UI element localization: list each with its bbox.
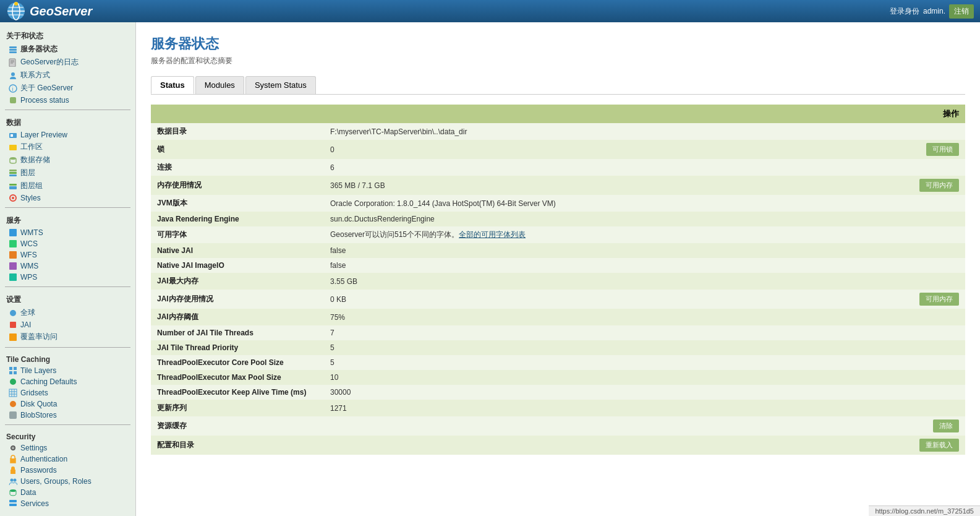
row-label: JAI最大内存 [151, 273, 324, 290]
row-action [891, 340, 965, 355]
layergroup-icon [9, 182, 17, 191]
sidebar-item-blobstores[interactable]: BlobStores [0, 410, 135, 421]
font-list-link[interactable]: 全部的可用字体列表 [459, 230, 526, 239]
row-action [891, 195, 965, 212]
row-value: 75% [324, 309, 891, 325]
sidebar-item-联系方式[interactable]: 联系方式 [0, 69, 135, 82]
sidebar-item-passwords[interactable]: Passwords [0, 465, 135, 476]
table-row: 可用字体 Geoserver可以访问515个不同的字体。全部的可用字体列表 [151, 226, 965, 243]
user-label: 登录身份 [890, 6, 919, 17]
sidebar-item-wfs[interactable]: WFS [0, 249, 135, 260]
row-action [891, 243, 965, 258]
svg-rect-21 [9, 174, 17, 176]
sidebar-item-wms[interactable]: WMS [0, 260, 135, 272]
row-value: Oracle Corporation: 1.8.0_144 (Java HotS… [324, 195, 891, 212]
row-label: ThreadPoolExecutor Core Pool Size [151, 355, 324, 370]
sidebar-item-geoserver的日志[interactable]: GeoServer的日志 [0, 56, 135, 69]
row-value: 30000 [324, 385, 891, 400]
sidebar-item-jai[interactable]: JAI [0, 319, 135, 330]
wps-icon [9, 273, 17, 282]
sidebar-items-security: SettingsAuthenticationPasswordsUsers, Gr… [0, 442, 135, 509]
sidebar-item-tile-layers[interactable]: Tile Layers [0, 365, 135, 376]
svg-rect-18 [11, 134, 13, 137]
reload-config-button[interactable]: 重新载入 [919, 439, 959, 452]
sidebar-item-services[interactable]: Services [0, 498, 135, 509]
row-action [891, 309, 965, 325]
sidebar-item-data[interactable]: Data [0, 487, 135, 498]
col-header-action: 操作 [891, 105, 965, 123]
sidebar-item-wcs[interactable]: WCS [0, 238, 135, 249]
row-action: 可用锁 [891, 140, 965, 159]
table-header-row: 操作 [151, 105, 965, 123]
coverage-icon [9, 333, 17, 342]
row-label: Native JAI ImageIO [151, 258, 324, 273]
sidebar-section-about: 关于和状态 [0, 27, 135, 43]
available-lock-button[interactable]: 可用锁 [926, 143, 959, 156]
sidebar-item-服务器状态[interactable]: 服务器状态 [0, 43, 135, 56]
sidebar-item-图层[interactable]: 图层 [0, 166, 135, 179]
sidebar-item-图层组[interactable]: 图层组 [0, 179, 135, 192]
sidebar-item-users,-groups,-roles[interactable]: Users, Groups, Roles [0, 476, 135, 487]
sidebar-item-layer-preview[interactable]: Layer Preview [0, 129, 135, 140]
sidebar-item-styles[interactable]: Styles [0, 192, 135, 204]
sidebar-item-disk-quota[interactable]: Disk Quota [0, 398, 135, 410]
svg-rect-30 [9, 251, 17, 259]
sidebar-item-wmts[interactable]: WMTS [0, 227, 135, 238]
sidebar: 关于和状态 服务器状态GeoServer的日志联系方式i关于 GeoServer… [0, 22, 136, 516]
page-subtitle: 服务器的配置和状态摘要 [151, 56, 965, 66]
sidebar-divider-1 [5, 110, 130, 110]
row-action: 可用内存 [891, 176, 965, 195]
sidebar-item-wps[interactable]: WPS [0, 272, 135, 283]
sidebar-items-services: WMTSWCSWFSWMSWPS [0, 227, 135, 283]
row-value: 5 [324, 355, 891, 370]
row-value: false [324, 243, 891, 258]
row-value [324, 416, 891, 436]
sidebar-item-caching-defaults[interactable]: Caching Defaults [0, 376, 135, 387]
svg-rect-28 [9, 229, 17, 236]
row-value: F:\myserver\TC-MapServer\bin\..\data_dir [324, 123, 891, 140]
svg-rect-39 [14, 371, 17, 374]
logo-area: GeoServer [6, 1, 92, 21]
svg-rect-41 [9, 389, 17, 397]
row-label: Number of JAI Tile Threads [151, 325, 324, 340]
row-label: 数据目录 [151, 123, 324, 140]
svg-point-46 [10, 401, 16, 407]
row-value: 0 [324, 140, 891, 159]
clear-cache-button[interactable]: 清除 [933, 419, 959, 432]
svg-rect-8 [9, 51, 17, 53]
sidebar-item-工作区[interactable]: 工作区 [0, 140, 135, 153]
row-action: 可用内存 [891, 290, 965, 309]
tab-status[interactable]: Status [151, 76, 194, 94]
sidebar-item-数据存储[interactable]: 数据存储 [0, 153, 135, 166]
sidebar-item-settings[interactable]: Settings [0, 442, 135, 454]
svg-point-52 [14, 479, 17, 482]
tab-system-status[interactable]: System Status [245, 76, 316, 94]
sidebar-item-process-status[interactable]: Process status [0, 95, 135, 106]
process-icon [9, 96, 17, 105]
row-value: 365 MB / 7.1 GB [324, 176, 891, 195]
sidebar-item-覆盖率访问[interactable]: 覆盖率访问 [0, 330, 135, 343]
table-row: JAI内存阈值 75% [151, 309, 965, 325]
layout: 关于和状态 服务器状态GeoServer的日志联系方式i关于 GeoServer… [0, 22, 980, 516]
data-icon [9, 488, 17, 497]
tab-modules[interactable]: Modules [195, 76, 244, 94]
sidebar-items-settings: 全球JAI覆盖率访问 [0, 306, 135, 343]
row-value: 3.55 GB [324, 273, 891, 290]
available-memory-button[interactable]: 可用内存 [919, 179, 959, 192]
sidebar-item-全球[interactable]: 全球 [0, 306, 135, 319]
sidebar-item-关于-geoserver[interactable]: i关于 GeoServer [0, 82, 135, 95]
row-action: 清除 [891, 416, 965, 436]
row-label: Java Rendering Engine [151, 212, 324, 226]
styles-icon [9, 194, 17, 202]
table-row: 资源缓存 清除 [151, 416, 965, 436]
page-title: 服务器状态 [151, 35, 965, 53]
sidebar-item-authentication[interactable]: Authentication [0, 454, 135, 465]
available-memory-jai-button[interactable]: 可用内存 [919, 293, 959, 306]
top-header: GeoServer 登录身份 admin. 注销 [0, 0, 980, 22]
table-row: 更新序列 1271 [151, 400, 965, 416]
logout-button[interactable]: 注销 [949, 4, 974, 19]
sidebar-item-gridsets[interactable]: Gridsets [0, 387, 135, 398]
table-row: ThreadPoolExecutor Core Pool Size 5 [151, 355, 965, 370]
row-value [324, 436, 891, 455]
layer-icon [9, 169, 17, 178]
